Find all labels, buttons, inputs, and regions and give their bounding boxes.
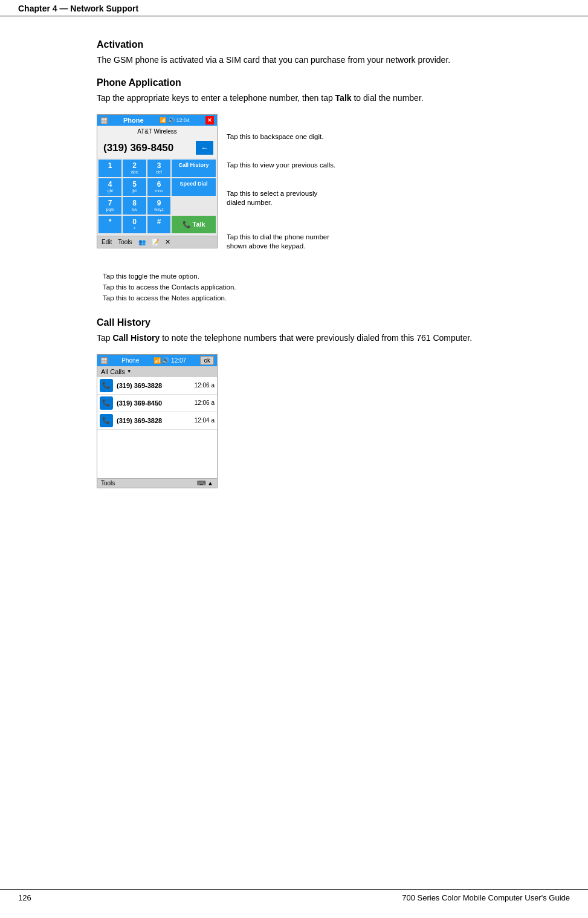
call-time-3: 12:04 a [195, 417, 215, 424]
volume-icon: 🔊 [168, 117, 175, 123]
key-2[interactable]: 2abc [123, 160, 146, 177]
carrier-label: AT&T Wireless [97, 126, 217, 136]
phone-screen-title: Phone [123, 117, 144, 124]
ch-screen-title: Phone [121, 357, 139, 364]
keypad-row-3: 7pqrs 8tuv 9wxyz [99, 197, 216, 215]
status-icons: 📶 🔊 12:04 [160, 117, 190, 123]
key-3[interactable]: 3def [147, 160, 170, 177]
call-history-body: Tap Call History to note the telephone n… [97, 332, 540, 344]
list-item[interactable]: 📞 (319) 369-3828 12:06 a [97, 377, 217, 395]
keypad-row-4: * 0+ # 📞 Talk [99, 216, 216, 233]
close-button[interactable]: ✕ [205, 116, 214, 124]
key-9[interactable]: 9wxyz [147, 197, 170, 215]
key-5[interactable]: 5jkl [123, 178, 146, 196]
call-number-3: (319) 369-3828 [117, 417, 191, 424]
call-history-button[interactable]: Call History [172, 160, 216, 177]
talk-button[interactable]: 📞 Talk [172, 216, 216, 233]
page-header: Chapter 4 — Network Support [0, 0, 588, 16]
keypad-row-2: 4ghi 5jkl 6mno Speed Dial [99, 178, 216, 196]
bottom-annotations: Tap this toggle the mute option. Tap thi… [103, 271, 540, 303]
annotation-talk: Tap this to dial the phone numbershown a… [227, 233, 335, 251]
key-1[interactable]: 1 [99, 160, 121, 177]
list-item[interactable]: 📞 (319) 369-8450 12:06 a [97, 395, 217, 412]
annotation-contacts: Tap this to access the Contacts applicat… [103, 282, 540, 292]
main-content: Activation The GSM phone is activated vi… [0, 16, 588, 512]
key-hash[interactable]: # [147, 216, 170, 233]
ch-keyboard-icon[interactable]: ⌨ ▲ [197, 480, 213, 486]
key-8[interactable]: 8tuv [123, 197, 146, 215]
call-time-2: 12:06 a [195, 399, 215, 406]
call-history-heading: Call History [97, 317, 540, 328]
call-icon-1: 📞 [100, 379, 113, 392]
page-footer: 126 700 Series Color Mobile Computer Use… [0, 889, 588, 906]
activation-heading: Activation [97, 39, 540, 50]
key-7[interactable]: 7pqrs [99, 197, 121, 215]
ch-filter-label: All Calls [101, 368, 125, 375]
ch-filter-row: All Calls ▼ [97, 366, 217, 377]
windows-logo-ch: 🪟 [100, 357, 108, 364]
keypad: 1 2abc 3def Call History 4ghi 5jkl 6mno … [97, 158, 217, 236]
time-display: 12:04 [176, 117, 190, 123]
phone-icon-talk: 📞 [183, 221, 191, 228]
toolbar-tools[interactable]: Tools [116, 238, 134, 246]
annotation-backspace: Tap this to backspace one digit. [227, 132, 335, 141]
call-icon-2: 📞 [100, 396, 113, 410]
page-number: 126 [18, 893, 31, 902]
chapter-title: Chapter 4 — Network Support [18, 4, 138, 13]
key-0[interactable]: 0+ [123, 216, 146, 233]
phone-number: (319) 369-8450 [103, 142, 173, 154]
annotation-notes: Tap this to access the Notes application… [103, 293, 540, 303]
ch-volume-icon: 🔊 [162, 357, 169, 364]
toolbar-edit[interactable]: Edit [100, 238, 114, 246]
toolbar-close[interactable]: ✕ [163, 238, 172, 247]
toolbar-notes-icon[interactable]: 📝 [150, 238, 161, 246]
phone-title-bar: 🪟 Phone 📶 🔊 12:04 ✕ [97, 115, 217, 126]
call-icon-3: 📞 [100, 414, 113, 427]
key-4[interactable]: 4ghi [99, 178, 121, 196]
annotation-mute: Tap this toggle the mute option. [103, 271, 540, 281]
activation-body: The GSM phone is activated via a SIM car… [97, 54, 540, 66]
toolbar-contacts-icon[interactable]: 👥 [137, 238, 147, 246]
phone-application-body: Tap the appropriate keys to enter a tele… [97, 92, 540, 105]
phone-toolbar: Edit Tools 👥 📝 ✕ [97, 236, 217, 248]
signal-icon: 📶 [160, 117, 166, 123]
ch-call-list: 📞 (319) 369-3828 12:06 a 📞 (319) 369-845… [97, 377, 217, 430]
call-number-1: (319) 369-3828 [117, 382, 191, 389]
phone-app-screen: 🪟 Phone 📶 🔊 12:04 ✕ AT&T Wireless (319) … [97, 114, 218, 248]
phone-number-display: (319) 369-8450 ← [97, 136, 217, 158]
call-history-section: Call History Tap Call History to note th… [97, 317, 540, 488]
call-history-screen: 🪟 Phone 📶 🔊 12:07 ok All Calls ▼ [97, 354, 218, 488]
windows-logo: 🪟 [100, 117, 108, 124]
annotation-speed-dial: Tap this to select a previouslydialed nu… [227, 189, 335, 207]
annotation-call-history: Tap this to view your previous calls. [227, 161, 335, 170]
phone-application-screenshot-area: 🪟 Phone 📶 🔊 12:04 ✕ AT&T Wireless (319) … [97, 114, 540, 259]
ch-toolbar-tools[interactable]: Tools [101, 480, 115, 486]
key-star[interactable]: * [99, 216, 121, 233]
annotations-right: Tap this to backspace one digit. Tap thi… [227, 114, 335, 259]
ch-toolbar: Tools ⌨ ▲ [97, 478, 217, 488]
list-item[interactable]: 📞 (319) 369-3828 12:04 a [97, 412, 217, 430]
key-6[interactable]: 6mno [147, 178, 170, 196]
ch-dropdown-arrow[interactable]: ▼ [127, 369, 132, 374]
manual-title: 700 Series Color Mobile Computer User's … [402, 893, 570, 902]
phone-application-heading: Phone Application [97, 77, 540, 88]
call-history-screenshot-area: 🪟 Phone 📶 🔊 12:07 ok All Calls ▼ [97, 354, 540, 488]
call-time-1: 12:06 a [195, 382, 215, 389]
ch-time-display: 12:07 [171, 357, 186, 364]
ch-ok-button[interactable]: ok [200, 356, 214, 365]
ch-title-bar: 🪟 Phone 📶 🔊 12:07 ok [97, 355, 217, 366]
ch-empty-area [97, 430, 217, 478]
speed-dial-button[interactable]: Speed Dial [172, 178, 216, 196]
backspace-button[interactable]: ← [196, 141, 213, 155]
ch-status-icons: 📶 🔊 12:07 [153, 357, 187, 364]
ch-signal-icon: 📶 [153, 357, 161, 364]
call-number-2: (319) 369-8450 [117, 399, 191, 407]
keypad-row-1: 1 2abc 3def Call History [99, 160, 216, 177]
